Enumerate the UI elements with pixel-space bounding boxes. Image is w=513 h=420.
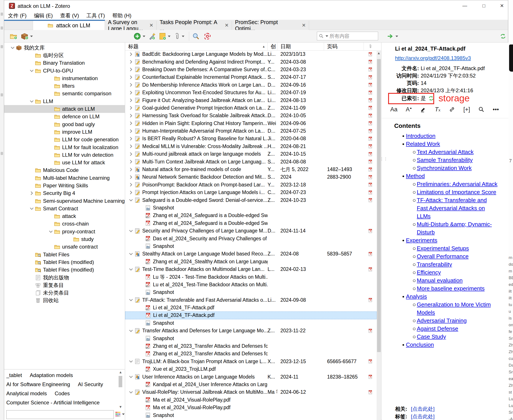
twisty-icon[interactable] bbox=[129, 144, 133, 148]
scroll-up-icon[interactable]: ▲ bbox=[377, 51, 381, 55]
item-row[interactable]: Snapshot bbox=[125, 242, 377, 250]
collection-row[interactable]: 未分类条目 bbox=[4, 289, 125, 297]
item-row[interactable]: Hidden in Plain Sight: Exploring Chat Hi… bbox=[125, 120, 377, 127]
twisty-icon[interactable] bbox=[129, 60, 133, 64]
twisty-icon[interactable] bbox=[129, 152, 133, 156]
tag[interactable]: AI for Software Engineering bbox=[6, 381, 70, 387]
contents-link[interactable]: Case Study bbox=[417, 333, 446, 341]
contents-link[interactable]: Against Defense bbox=[417, 325, 458, 333]
contents-link[interactable]: Limitations of Importance Score bbox=[417, 188, 496, 196]
collection-row[interactable]: 我的文库 bbox=[4, 44, 125, 52]
search-input[interactable]: 所有内容 bbox=[317, 32, 378, 40]
minimize-button[interactable]: — bbox=[457, 0, 473, 12]
column-header-date[interactable]: 日期 bbox=[277, 43, 324, 50]
link-icon[interactable] bbox=[449, 107, 455, 112]
field-value[interactable]: 14 bbox=[421, 79, 427, 87]
text-color-icon[interactable]: A● bbox=[406, 106, 412, 113]
twisty-icon[interactable] bbox=[129, 229, 133, 233]
contents-link[interactable]: Overall Performance bbox=[417, 252, 468, 261]
collection-row[interactable]: defence on LLM bbox=[4, 113, 125, 120]
twisty-icon[interactable] bbox=[129, 114, 133, 118]
collection-row[interactable]: 我的出版物 bbox=[4, 274, 125, 281]
collection-row[interactable]: LLM for fault localization bbox=[4, 143, 125, 151]
add-by-identifier-button[interactable] bbox=[148, 32, 156, 41]
twisty-icon[interactable] bbox=[129, 252, 133, 256]
collection-row[interactable]: instrumentation bbox=[4, 75, 125, 82]
twisty-icon[interactable] bbox=[129, 98, 133, 102]
contents-link[interactable]: Efficiency bbox=[417, 269, 441, 277]
item-row[interactable]: Security and Privacy Challenges of Large… bbox=[125, 227, 377, 235]
contents-link[interactable]: Analysis bbox=[406, 292, 427, 301]
collection-row[interactable]: 临时分区 bbox=[4, 52, 125, 59]
item-row[interactable]: Natural attack for pre-trained models of… bbox=[125, 166, 377, 173]
tag-color-menu[interactable] bbox=[115, 412, 125, 417]
twisty-icon[interactable] bbox=[129, 91, 133, 95]
collection-row[interactable]: Malicious Code bbox=[4, 166, 125, 174]
list-scrollbar[interactable]: ▲ bbox=[377, 50, 381, 420]
gpt-plugin-button[interactable] bbox=[204, 32, 211, 41]
font-size-icon[interactable]: Aa bbox=[390, 106, 398, 113]
item-row[interactable]: Breaking Down the Defenses: A Comparativ… bbox=[125, 66, 377, 73]
tab[interactable]: PromSec: Prompt Optimi... ✕ bbox=[232, 21, 309, 30]
column-header-title[interactable]: 标题 ▲ bbox=[125, 43, 268, 50]
item-row[interactable]: Xue et al_2023_TrojLLM.pdf bbox=[125, 365, 377, 373]
column-header-pages[interactable]: 页码 bbox=[324, 43, 364, 50]
item-row[interactable]: TF-Attack: Transferable and Fast Adversa… bbox=[125, 296, 377, 304]
item-row[interactable]: Ma et al_2024_Visual-RolePlay.pdf bbox=[125, 396, 377, 404]
collection-row[interactable]: Semi-supervised Machine Learning bbox=[4, 197, 125, 205]
collection-row[interactable]: Binary Translation bbox=[4, 59, 125, 67]
tab[interactable]: A Survey on Large Langu... ✕ bbox=[105, 21, 157, 30]
insert-citation-icon[interactable]: [+] bbox=[463, 106, 470, 113]
sync-button[interactable] bbox=[500, 32, 506, 41]
item-row[interactable]: Exploiting Uncommon Text-Encoded Structu… bbox=[125, 89, 377, 96]
field-value[interactable]: Li et al_2024_TF-Attack.pdf bbox=[421, 65, 485, 72]
tag[interactable]: AI Security bbox=[78, 381, 103, 387]
item-row[interactable]: Visual-RolePlay: Universal Jailbreak Att… bbox=[125, 388, 377, 396]
scroll-down-icon[interactable]: ▼ bbox=[118, 405, 123, 409]
twisty-icon[interactable] bbox=[129, 191, 133, 195]
tag[interactable]: Analytical models bbox=[6, 390, 47, 397]
menu-item[interactable]: 工具 (T) bbox=[86, 12, 105, 19]
item-row[interactable]: Zhang et al_2024_Safeguard is a Double-e… bbox=[125, 212, 377, 219]
contents-link[interactable]: TF-Attack: Transferable and Fast Adversa… bbox=[417, 196, 498, 220]
advanced-search-button[interactable] bbox=[192, 32, 199, 41]
menu-item[interactable]: 查看 (V) bbox=[60, 12, 79, 19]
collection-row[interactable]: Smart Contract bbox=[4, 205, 125, 212]
twisty-icon[interactable] bbox=[129, 83, 133, 87]
menu-item[interactable]: 帮助 (H) bbox=[112, 12, 131, 19]
contents-link[interactable]: Method bbox=[406, 172, 425, 180]
item-row[interactable]: Safeguard is a Double-edged Sword: Denia… bbox=[125, 196, 377, 204]
new-item-button[interactable] bbox=[134, 32, 145, 41]
item-row[interactable]: Goal-guided Generative Prompt Injection … bbox=[125, 104, 377, 112]
field-value[interactable]: 2024/11/29 下午2:03:52 bbox=[421, 72, 476, 79]
collection-row[interactable]: LLM for code generation bbox=[4, 136, 125, 143]
contents-link[interactable]: Text Adversarial Attack bbox=[417, 148, 474, 156]
twisty-icon[interactable] bbox=[129, 160, 133, 164]
contents-link[interactable]: Adversarial Training bbox=[417, 317, 467, 325]
twisty-icon[interactable] bbox=[30, 207, 34, 210]
menu-item[interactable]: 编辑 (E) bbox=[34, 12, 53, 19]
collection-row[interactable]: semantic comparison bbox=[4, 90, 125, 98]
twisty-icon[interactable] bbox=[129, 360, 133, 363]
scrollbar-thumb[interactable] bbox=[377, 59, 381, 352]
drag-handle-icon[interactable]: ⋮⋮ bbox=[380, 158, 388, 160]
collection-row[interactable]: Security Big 4 bbox=[4, 189, 125, 197]
item-row[interactable]: User Inference Attacks on Large Language… bbox=[125, 373, 377, 381]
contents-link[interactable]: Preliminaries: Adversarial Attack bbox=[417, 180, 497, 188]
tab-close-icon[interactable]: ✕ bbox=[149, 22, 153, 28]
scroll-up-icon[interactable]: ▲ bbox=[118, 370, 123, 374]
column-header-attachment[interactable] bbox=[364, 43, 377, 50]
collection-row[interactable]: study bbox=[4, 235, 125, 243]
collection-row[interactable]: good bad ugly bbox=[4, 120, 125, 128]
collection-row[interactable]: use LLM for attack bbox=[4, 159, 125, 166]
collection-row[interactable]: cross-chain bbox=[4, 220, 125, 228]
twisty-icon[interactable] bbox=[129, 267, 133, 271]
contents-link[interactable]: Related Work bbox=[406, 140, 440, 148]
item-row[interactable]: Harnessing Task Overload for Scalable Ja… bbox=[125, 112, 377, 119]
contents-link[interactable]: Generalization to More Victim Models bbox=[417, 301, 498, 317]
twisty-icon[interactable] bbox=[129, 175, 133, 179]
item-row[interactable]: Do Membership Inference Attacks Work on … bbox=[125, 81, 377, 89]
item-row[interactable]: Snapshot bbox=[125, 288, 377, 296]
contents-link[interactable]: More baseline experiments bbox=[417, 285, 484, 292]
related-add-link[interactable]: [点击此处] bbox=[411, 406, 435, 412]
